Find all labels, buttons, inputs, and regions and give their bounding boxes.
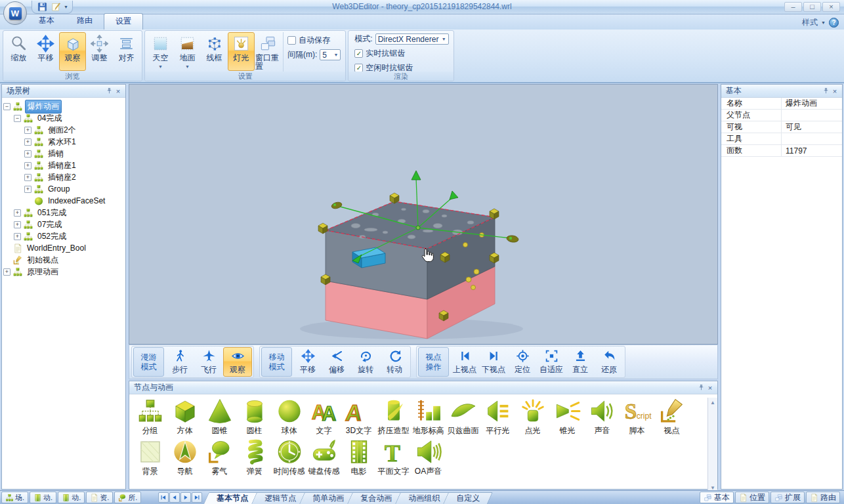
tree-item[interactable]: + 紧水环1 <box>3 136 124 148</box>
node-palette-item[interactable]: 地形标高 <box>411 398 446 436</box>
ribbon-tab[interactable]: 设置 <box>104 13 143 30</box>
node-palette-item[interactable]: 分组 <box>133 398 167 436</box>
property-row[interactable]: 父节点 <box>721 110 842 121</box>
tree-item[interactable]: + Group <box>3 183 124 195</box>
close-icon[interactable]: × <box>706 383 715 392</box>
toolbar-button[interactable]: 飞行 <box>194 347 223 377</box>
property-row[interactable]: 可视 可见 <box>721 121 842 133</box>
tree-item[interactable]: + 051完成 <box>3 207 124 219</box>
node-palette-item[interactable]: Script 脚本 <box>620 398 654 436</box>
toolbar-button[interactable]: 上视点 <box>450 347 479 377</box>
autosave-checkbox[interactable] <box>287 36 296 45</box>
ribbon-button[interactable]: 观察 <box>59 32 86 71</box>
properties-tab[interactable]: 位置 <box>735 492 769 503</box>
tree-item-label[interactable]: 插销座2 <box>46 171 78 184</box>
docked-panel-tab[interactable]: 动. <box>30 492 56 503</box>
close-button[interactable]: × <box>822 2 840 12</box>
property-row[interactable]: 名称 爆炸动画 <box>721 98 842 110</box>
toolbar-button[interactable]: 步行 <box>165 347 194 377</box>
node-palette-item[interactable]: 点光 <box>515 398 550 436</box>
app-logo[interactable]: W <box>3 1 27 25</box>
toolbar-button[interactable]: 平移 <box>293 347 322 377</box>
ribbon-button[interactable]: 地面 ▼ <box>174 32 201 71</box>
tree-expander-icon[interactable]: + <box>3 268 11 276</box>
ribbon-tab[interactable]: 路由 <box>66 13 104 30</box>
properties-tab[interactable]: 路由 <box>806 492 840 503</box>
toolbar-button[interactable]: 定位 <box>508 347 537 377</box>
toolbar-button[interactable]: 还原 <box>595 347 623 377</box>
docked-panel-tab[interactable]: 场. <box>1 492 28 503</box>
properties-tab[interactable]: 基本 <box>700 492 734 503</box>
ribbon-button[interactable]: 调整 <box>86 32 113 71</box>
toolbar-button[interactable]: 旋转 <box>351 347 380 377</box>
properties-tab[interactable]: 扩展 <box>770 492 805 503</box>
node-palette-item[interactable]: 球体 <box>272 398 306 436</box>
docked-panel-tab[interactable]: 所. <box>114 492 141 503</box>
node-palette-item[interactable]: 雾气 <box>202 438 237 477</box>
tree-item-label[interactable]: 初始视点 <box>25 254 60 266</box>
node-palette-item[interactable]: 锥光 <box>550 398 585 436</box>
roam-mode-button[interactable]: 漫游模式 <box>133 347 164 377</box>
toolbar-button[interactable]: 下视点 <box>479 347 508 377</box>
tree-item-label[interactable]: 04完成 <box>35 112 64 125</box>
node-category-tab[interactable]: 简单动画 <box>302 492 354 504</box>
node-palette-item[interactable]: T 平面文字 <box>376 438 411 477</box>
tree-item[interactable]: + 07完成 <box>3 219 124 230</box>
toolbar-button[interactable]: 观察 <box>223 347 252 377</box>
tree-item[interactable]: + 插销 <box>3 148 124 159</box>
toolbar-button[interactable]: 直立 <box>566 347 595 377</box>
checkbox[interactable]: ✓ <box>354 49 363 58</box>
tree-expander-icon[interactable]: + <box>24 162 32 169</box>
interval-dropdown-icon[interactable]: ▼ <box>333 52 338 57</box>
pin-icon[interactable] <box>821 87 830 96</box>
node-palette-item[interactable]: 挤压造型 <box>376 398 411 436</box>
autosave-checkbox-row[interactable]: 自动保存 <box>287 35 341 46</box>
tree-item[interactable]: + 插销座2 <box>3 171 124 183</box>
node-palette-item[interactable]: 圆柱 <box>237 398 272 436</box>
tree-item[interactable]: + 插销座1 <box>3 159 124 171</box>
ribbon-tab[interactable]: 基本 <box>28 13 66 30</box>
node-palette-item[interactable]: 圆锥 <box>202 398 237 436</box>
last-tab-icon[interactable] <box>192 492 202 503</box>
toolbar-button[interactable]: 自适应 <box>537 347 566 377</box>
node-palette-item[interactable]: 时间传感 <box>272 438 306 477</box>
tree-expander-icon[interactable]: − <box>14 115 21 122</box>
close-icon[interactable]: × <box>114 87 123 96</box>
tree-item-label[interactable]: 爆炸动画 <box>25 100 62 114</box>
node-palette-item[interactable]: 键盘传感 <box>306 438 341 477</box>
3d-viewport[interactable] <box>129 84 718 345</box>
docked-panel-tab[interactable]: 动. <box>58 492 85 503</box>
tree-item[interactable]: IndexedFaceSet <box>3 195 124 207</box>
property-row[interactable]: 工具 <box>721 133 842 145</box>
tree-expander-icon[interactable]: + <box>24 186 32 193</box>
maximize-button[interactable]: □ <box>803 2 821 12</box>
node-palette-item[interactable]: 平行光 <box>480 398 515 436</box>
tree-item[interactable]: + 原理动画 <box>3 266 124 278</box>
property-row[interactable]: 面数 11797 <box>721 145 842 157</box>
minimize-button[interactable]: – <box>784 2 802 12</box>
render-checkbox-row[interactable]: ✓ 实时抗锯齿 <box>354 48 448 59</box>
node-palette-item[interactable]: 导航 <box>167 438 202 477</box>
tree-item[interactable]: − 爆炸动画 <box>3 100 124 112</box>
ribbon-button[interactable]: 天空 ▼ <box>147 32 174 71</box>
tree-expander-icon[interactable]: + <box>14 221 21 228</box>
tree-expander-icon[interactable]: + <box>24 138 32 146</box>
style-dropdown-icon[interactable]: ▼ <box>821 20 826 25</box>
tree-item[interactable]: + 侧面2个 <box>3 124 124 136</box>
node-palette-item[interactable]: 弹簧 <box>237 438 272 477</box>
vertical-scrollbar[interactable]: ▲ ▼ <box>707 398 717 493</box>
ribbon-button[interactable]: 缩放 <box>5 32 32 71</box>
pin-icon[interactable] <box>104 87 114 96</box>
tree-item-label[interactable]: WorldEntry_Bool <box>25 243 88 253</box>
docked-panel-tab[interactable]: 资. <box>86 492 113 503</box>
tree-item-label[interactable]: 插销座1 <box>46 159 78 172</box>
pin-icon[interactable] <box>696 383 706 392</box>
tree-item-label[interactable]: IndexedFaceSet <box>46 196 107 206</box>
interval-input[interactable]: 5▼ <box>320 49 341 60</box>
scroll-up-icon[interactable]: ▲ <box>710 398 715 408</box>
ribbon-button[interactable]: 线框 ▼ <box>201 32 228 71</box>
ribbon-button[interactable]: 窗口重置 ▼ <box>255 32 282 71</box>
node-category-tab[interactable]: 基本节点 <box>206 492 259 504</box>
ribbon-button[interactable]: 灯光 ▼ <box>228 32 255 71</box>
close-icon[interactable]: × <box>830 87 839 96</box>
